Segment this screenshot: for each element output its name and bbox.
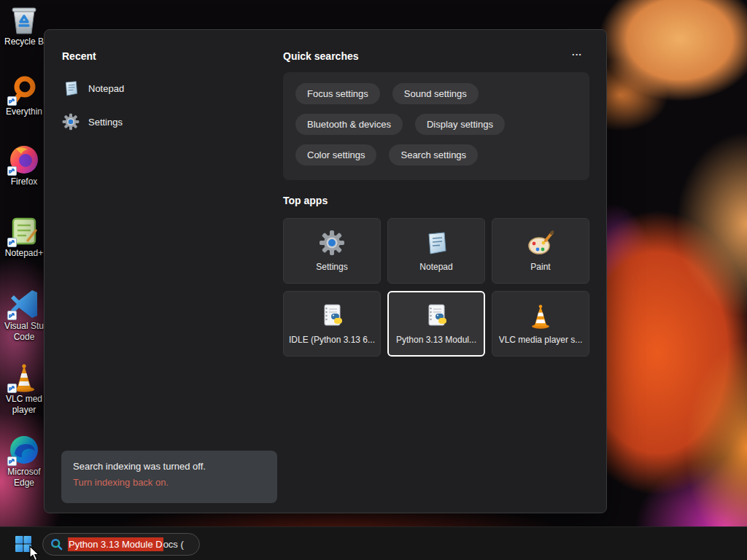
shortcut-arrow-icon (7, 456, 17, 466)
desktop-icon-vlc[interactable]: VLC med player (1, 362, 47, 416)
firefox-icon (9, 144, 39, 175)
vlc-cone-icon (527, 303, 554, 329)
turn-indexing-on-link[interactable]: Turn indexing back on. (73, 477, 266, 488)
notepad-icon (423, 230, 449, 256)
quick-search-pill[interactable]: Search settings (389, 144, 478, 166)
desktop-icon-label: Firefox (1, 176, 47, 187)
app-tile-label: Paint (530, 262, 550, 272)
app-tile-notepad[interactable]: Notepad (387, 218, 485, 284)
python-doc-icon (423, 303, 449, 329)
desktop-icon-label: Edge (1, 478, 47, 489)
desktop-icon-notepad-plus-plus[interactable]: Notepad+ (1, 216, 47, 259)
paint-icon (527, 230, 554, 256)
desktop-icon-label: Recycle B (1, 36, 47, 47)
app-tile-vlc[interactable]: VLC media player s... (492, 291, 589, 357)
app-tile-settings[interactable]: Settings (283, 218, 381, 284)
shortcut-arrow-icon (7, 311, 17, 320)
shortcut-arrow-icon (7, 166, 17, 176)
app-tile-label: Settings (316, 262, 347, 272)
recent-item-notepad[interactable]: Notepad (62, 74, 266, 103)
quick-search-pill[interactable]: Display settings (415, 114, 505, 135)
notepad-plus-plus-icon (9, 216, 39, 246)
quick-searches-title: Quick searches (283, 50, 359, 62)
app-tile-paint[interactable]: Paint (492, 218, 589, 284)
search-query-rest-text: ocs ( (163, 539, 184, 550)
recent-item-label: Settings (88, 117, 123, 128)
desktop-icon-label: Everythin (1, 106, 47, 117)
app-tile-python-module-docs[interactable]: Python 3.13 Modul... (387, 291, 485, 357)
quick-search-pill[interactable]: Sound settings (392, 83, 479, 104)
taskbar-search-input[interactable]: Python 3.13 Module Docs ( (42, 533, 200, 556)
recent-item-settings[interactable]: Settings (62, 107, 266, 136)
search-icon (50, 538, 63, 551)
search-query-text: Python 3.13 Module Docs ( (68, 539, 184, 550)
app-tile-label: Python 3.13 Modul... (396, 335, 476, 345)
recent-section-title: Recent (62, 50, 96, 62)
quick-searches-card: Focus settings Sound settings Bluetooth … (283, 72, 589, 180)
vlc-cone-icon (9, 362, 39, 392)
desktop-icon-label: player (1, 405, 47, 416)
windows-logo-icon (15, 535, 32, 553)
desktop-icon-recycle-bin[interactable]: Recycle B (1, 4, 47, 47)
indexing-notice: Search indexing was turned off. Turn ind… (61, 451, 277, 503)
gear-icon (319, 230, 345, 256)
app-tile-label: IDLE (Python 3.13 6... (289, 335, 375, 345)
desktop-icon-everything[interactable]: Everythin (1, 74, 47, 117)
desktop-icon-label: Code (1, 332, 47, 343)
app-tile-label: VLC media player s... (499, 335, 583, 345)
search-query-selected-text: Python 3.13 Module D (68, 537, 163, 551)
app-tile-label: Notepad (419, 262, 452, 272)
desktop-icon-label: VLC med (1, 394, 47, 405)
gear-icon (62, 113, 80, 131)
quick-search-pill[interactable]: Bluetooth & devices (295, 114, 403, 135)
search-flyout-panel: Recent Notepad (44, 29, 607, 513)
start-button[interactable] (12, 533, 35, 555)
top-apps-title: Top apps (283, 195, 328, 206)
quick-search-pill[interactable]: Focus settings (295, 83, 380, 104)
notepad-icon (62, 79, 80, 97)
shortcut-arrow-icon (7, 384, 17, 393)
desktop-icon-label: Notepad+ (1, 248, 47, 259)
desktop-icon-label: Visual Stu (1, 321, 47, 332)
desktop-icon-label: Microsof (1, 467, 47, 478)
visual-studio-code-icon (9, 289, 39, 319)
desktop-icon-edge[interactable]: Microsof Edge (1, 435, 47, 489)
shortcut-arrow-icon (7, 96, 17, 106)
recycle-bin-icon (9, 4, 39, 35)
recent-item-label: Notepad (88, 83, 124, 94)
indexing-notice-message: Search indexing was turned off. (73, 461, 266, 472)
quick-search-pill[interactable]: Color settings (295, 144, 376, 166)
more-options-button[interactable]: ... (567, 47, 587, 61)
desktop-icon-firefox[interactable]: Firefox (1, 144, 47, 187)
taskbar: Python 3.13 Module Docs ( (0, 526, 747, 560)
microsoft-edge-icon (9, 435, 39, 465)
shortcut-arrow-icon (7, 238, 17, 247)
python-doc-icon (319, 303, 345, 329)
everything-search-icon (9, 74, 39, 105)
app-tile-idle-python[interactable]: IDLE (Python 3.13 6... (283, 291, 381, 357)
desktop-icon-vscode[interactable]: Visual Stu Code (1, 289, 47, 343)
